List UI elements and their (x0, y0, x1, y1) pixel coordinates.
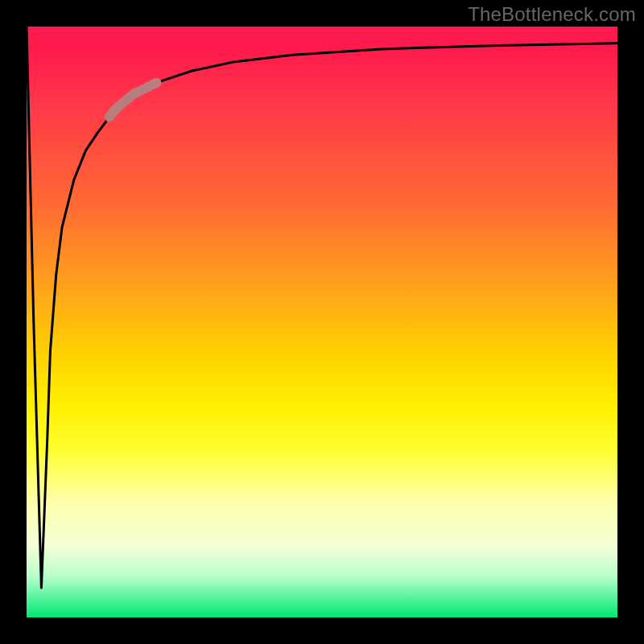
plot-area (27, 27, 617, 617)
watermark-text: TheBottleneck.com (468, 3, 636, 26)
highlight-segment (109, 83, 157, 118)
chart-frame: TheBottleneck.com (0, 0, 644, 644)
curve-svg (27, 27, 617, 617)
